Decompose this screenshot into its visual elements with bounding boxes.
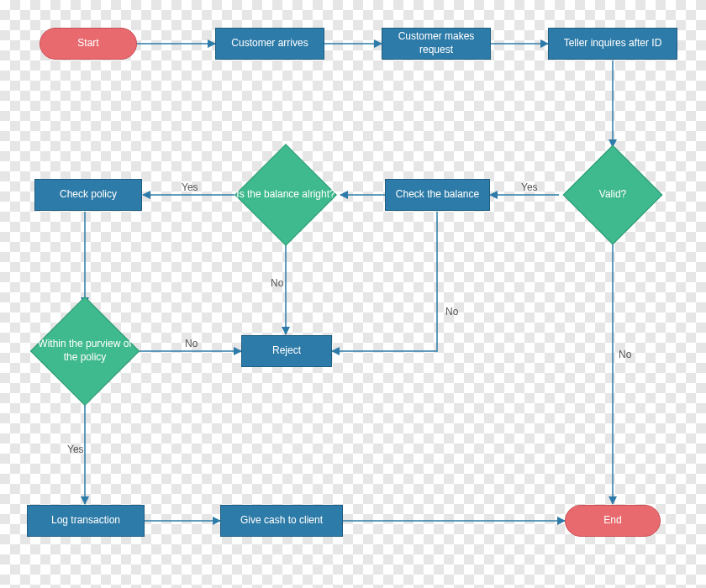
node-label: Give cash to client	[240, 514, 323, 528]
node-label: Log transaction	[51, 514, 120, 528]
node-balance-ok: Is the balance alright?	[250, 159, 322, 231]
edge-label-balance-yes: Yes	[182, 181, 198, 193]
node-give-cash: Give cash to client	[220, 505, 343, 537]
edge-label-checkbalance-no: No	[445, 306, 458, 318]
edge-label-balance-no: No	[271, 277, 283, 289]
node-start: Start	[40, 28, 137, 60]
edge-label-valid-no: No	[619, 349, 631, 360]
node-label: Start	[77, 37, 98, 50]
node-label: Reject	[272, 344, 301, 358]
node-end: End	[565, 505, 661, 537]
node-teller-inquires: Teller inquires after ID	[548, 28, 677, 60]
node-label: Check policy	[60, 188, 117, 202]
node-customer-request: Customer makes request	[382, 28, 491, 60]
node-check-balance: Check the balance	[385, 179, 490, 211]
node-within-policy: Within the purview of the policy	[46, 312, 124, 390]
node-label: Customer makes request	[387, 30, 485, 56]
flowchart-canvas: Start Customer arrives Customer makes re…	[0, 0, 706, 588]
node-label: End	[603, 514, 621, 528]
node-log-transaction: Log transaction	[27, 505, 145, 537]
node-check-policy: Check policy	[34, 179, 142, 211]
edge-label-policy-no: No	[185, 338, 198, 349]
edge-label-valid-yes: Yes	[521, 181, 538, 193]
flow-edges	[0, 0, 706, 588]
node-customer-arrives: Customer arrives	[215, 28, 324, 60]
edge-label-policy-yes: Yes	[67, 444, 84, 455]
node-label: Customer arrives	[231, 37, 308, 50]
node-reject: Reject	[241, 335, 332, 367]
node-label: Check the balance	[396, 188, 479, 202]
node-label: Teller inquires after ID	[564, 37, 662, 50]
node-valid: Valid?	[577, 160, 648, 230]
